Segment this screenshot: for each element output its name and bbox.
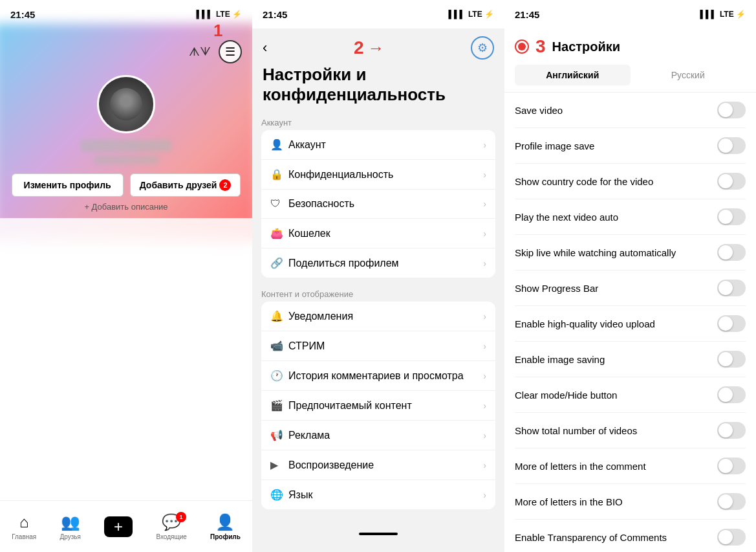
account-settings-list: 👤 Аккаунт › 🔒 Конфиденциальность › 🛡 Без…: [261, 130, 495, 278]
time-3: 21:45: [515, 9, 539, 20]
profile-top-bar: ᗑᗐ ☰ 1: [0, 35, 252, 69]
panel-profile: 21:45 ▌▌▌ LTE ⚡ ᗑᗐ ☰ 1: [0, 0, 252, 552]
avatar-face: [110, 88, 142, 120]
profile-icons-top: ᗑᗐ ☰ 1: [189, 40, 242, 63]
qr-icon[interactable]: ᗑᗐ: [189, 45, 211, 59]
edit-profile-button[interactable]: Изменить профиль: [12, 173, 124, 197]
profile-handle-blur: [94, 155, 158, 164]
status-bar-2: 21:45 ▌▌▌ LTE ⚡: [252, 0, 504, 28]
scroll-indicator-2: [359, 533, 398, 535]
lte-1: LTE ⚡: [216, 10, 242, 19]
friends-label: Друзья: [59, 533, 80, 540]
toggle-label-10: More of letters in the comment: [515, 461, 717, 472]
step1-label: 1: [213, 21, 222, 41]
profile-buttons: Изменить профиль Добавить друзей 2: [12, 173, 241, 197]
account-label: Аккаунт: [288, 139, 483, 151]
nav-item-plus[interactable]: +: [104, 516, 133, 537]
red-arrow: →: [367, 38, 384, 58]
toggle-row-4: Skip live while watching automatically: [515, 235, 746, 270]
playback-label: Воспроизведение: [288, 459, 483, 471]
toggle-switch-9[interactable]: [717, 422, 746, 439]
settings-item-security[interactable]: 🛡 Безопасность ›: [261, 190, 495, 219]
toggle-row-2: Show country code for the video: [515, 164, 746, 199]
settings-item-account[interactable]: 👤 Аккаунт ›: [261, 130, 495, 160]
back-button[interactable]: ‹: [263, 39, 267, 56]
toggle-switch-5[interactable]: [717, 280, 746, 296]
toggle-row-8: Clear mode/Hide button: [515, 377, 746, 413]
toggles-header: 3 Настройки Английский Русский: [504, 28, 756, 93]
toggles-title: Настройки: [552, 39, 621, 54]
lte-3: LTE ⚡: [720, 10, 746, 19]
status-bar-3: 21:45 ▌▌▌ LTE ⚡: [504, 0, 756, 28]
chevron-security: ›: [483, 199, 486, 209]
section-content-label: Контент и отображение: [261, 284, 495, 302]
nav-item-profile[interactable]: 👤 Профиль: [210, 513, 241, 540]
settings-item-history[interactable]: 🕐 История комментариев и просмотра ›: [261, 361, 495, 391]
nav-item-home[interactable]: ⌂ Главная: [12, 513, 36, 540]
toggle-switch-0[interactable]: [717, 102, 746, 118]
nav-item-friends[interactable]: 👥 Друзья: [59, 513, 80, 540]
menu-button[interactable]: ☰: [219, 40, 242, 63]
signal-2: ▌▌▌: [448, 10, 465, 19]
plus-button[interactable]: +: [104, 516, 133, 537]
toggle-switch-6[interactable]: [717, 315, 746, 332]
avatar: [97, 75, 155, 133]
toggle-switch-7[interactable]: [717, 351, 746, 368]
toggle-label-1: Profile image save: [515, 140, 717, 151]
history-icon: 🕐: [270, 370, 288, 382]
toggle-switch-2[interactable]: [717, 173, 746, 190]
toggle-switch-11[interactable]: [717, 493, 746, 510]
settings-item-preferred[interactable]: 🎬 Предпочитаемый контент ›: [261, 391, 495, 421]
tab-english[interactable]: Английский: [515, 65, 631, 85]
toggle-label-7: Enable image saving: [515, 354, 717, 365]
settings-item-stream[interactable]: 📹 СТРИМ ›: [261, 331, 495, 361]
home-icon: ⌂: [19, 513, 29, 531]
settings-item-notifications[interactable]: 🔔 Уведомления ›: [261, 302, 495, 331]
notifications-icon: 🔔: [270, 310, 288, 322]
language-icon: 🌐: [270, 489, 288, 501]
avatar-inner: [99, 77, 153, 131]
ads-icon: 📢: [270, 429, 288, 441]
add-description-button[interactable]: + Добавить описание: [84, 202, 167, 212]
tab-russian[interactable]: Русский: [631, 65, 746, 85]
toggle-row-3: Play the next video auto: [515, 199, 746, 235]
stream-label: СТРИМ: [288, 340, 483, 352]
security-label: Безопасность: [288, 198, 483, 210]
chevron-share: ›: [483, 258, 486, 269]
toggles-scroll[interactable]: Save videoProfile image saveShow country…: [504, 93, 756, 552]
toggle-switch-4[interactable]: [717, 244, 746, 261]
chevron-preferred: ›: [483, 401, 486, 411]
settings-gear-button[interactable]: ⚙: [471, 36, 494, 60]
settings-item-privacy[interactable]: 🔒 Конфиденциальность ›: [261, 160, 495, 190]
inbox-icon: 💬 1: [162, 513, 181, 531]
content-settings-list: 🔔 Уведомления › 📹 СТРИМ › 🕐 История комм…: [261, 302, 495, 509]
toggle-switch-1[interactable]: [717, 137, 746, 154]
chevron-stream: ›: [483, 341, 486, 351]
radio-inner: [518, 43, 526, 50]
time-2: 21:45: [263, 9, 287, 20]
language-label: Язык: [288, 489, 483, 501]
add-friends-label: Добавить друзей: [140, 180, 217, 190]
settings-item-language[interactable]: 🌐 Язык ›: [261, 480, 495, 509]
panel-settings: 21:45 ▌▌▌ LTE ⚡ ‹ 2 → ⚙ Настройки и конф…: [252, 0, 504, 552]
toggle-row-7: Enable image saving: [515, 342, 746, 377]
signal-icons-3: ▌▌▌ LTE ⚡: [700, 10, 746, 19]
chevron-account: ›: [483, 140, 486, 150]
toggle-switch-12[interactable]: [717, 529, 746, 546]
nav-item-inbox[interactable]: 💬 1 Входящие: [156, 513, 186, 540]
settings-item-ads[interactable]: 📢 Реклама ›: [261, 421, 495, 450]
toggle-switch-3[interactable]: [717, 208, 746, 225]
settings-item-share[interactable]: 🔗 Поделиться профилем ›: [261, 248, 495, 278]
radio-button[interactable]: [515, 39, 529, 54]
profile-icon: 👤: [215, 513, 235, 531]
add-friends-button[interactable]: Добавить друзей 2: [130, 173, 241, 197]
lte-2: LTE ⚡: [468, 10, 494, 19]
toggle-switch-8[interactable]: [717, 386, 746, 403]
settings-item-wallet[interactable]: 👛 Кошелек ›: [261, 219, 495, 248]
toggle-label-12: Enable Transparency of Comments: [515, 532, 717, 543]
settings-item-playback[interactable]: ▶ Воспроизведение ›: [261, 450, 495, 480]
toggle-row-11: More of letters in the BIO: [515, 484, 746, 520]
privacy-label: Конфиденциальность: [288, 169, 483, 181]
settings-scroll[interactable]: Аккаунт 👤 Аккаунт › 🔒 Конфиденциальность…: [252, 113, 504, 552]
toggle-switch-10[interactable]: [717, 458, 746, 474]
